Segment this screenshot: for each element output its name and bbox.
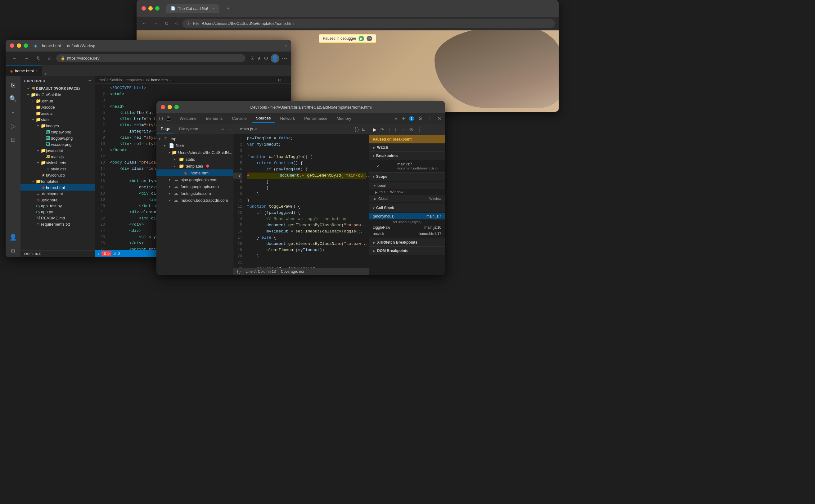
src-more-tabs[interactable]: » (222, 127, 224, 131)
tab-sources[interactable]: Sources (252, 114, 275, 123)
vscode-close[interactable] (10, 43, 14, 48)
back-button[interactable]: ← (140, 20, 149, 28)
address-bar[interactable]: ⓘ File /Users/chris/src/theCatSaidNo/tem… (182, 19, 555, 28)
resume-button[interactable]: ▶ (359, 36, 364, 41)
close-devtools-icon[interactable]: ✕ (436, 114, 443, 123)
readme-file[interactable]: M README.md (20, 215, 95, 221)
explorer-more-icon[interactable]: ⋯ (88, 79, 91, 83)
home-button[interactable]: ⌂ (173, 20, 180, 28)
activity-extensions[interactable]: ⊞ (7, 133, 19, 146)
src-fonts-google[interactable]: ▾ ☁ fonts.googleapis.com (156, 183, 233, 190)
gitignore-file[interactable]: ⎊ .gitignore (20, 197, 95, 203)
call-anonymous[interactable]: (anonymous) main.js:7 (369, 213, 445, 219)
github-folder[interactable]: › 📁 .github (20, 98, 95, 104)
activity-run-debug[interactable]: ▷ (7, 120, 19, 132)
step-button[interactable]: ↷ (367, 36, 372, 41)
tab-console[interactable]: Console (227, 114, 251, 123)
settings-icon[interactable]: ⚙ (417, 114, 424, 123)
new-tab-button[interactable]: + (224, 4, 232, 13)
tab-performance[interactable]: Performance (300, 114, 331, 123)
activity-accounts[interactable]: 👤 (7, 231, 19, 243)
dogpaw-file[interactable]: 🖼 dogpaw.png (20, 135, 95, 141)
scope-header[interactable]: ▾ Scope (369, 173, 445, 181)
stylesheets-folder[interactable]: ▾ 📁 stylesheets (20, 160, 95, 166)
vs-home-button[interactable]: ⌂ (46, 54, 54, 62)
images-folder[interactable]: ▾ 📁 images (20, 123, 95, 129)
maximize-button[interactable] (155, 6, 160, 11)
call-togglepaw[interactable]: togglePaw main.js:16 (369, 224, 445, 231)
vscode-tab-close[interactable]: × (36, 69, 38, 73)
tab-network[interactable]: Network (276, 114, 299, 123)
warning-count[interactable]: ⚠ 0 (113, 251, 120, 256)
static-folder[interactable]: ▾ 📁 static (20, 116, 95, 123)
deployment-file[interactable]: ≡ .deployment (20, 191, 95, 197)
tab-welcome[interactable]: Welcome (175, 114, 201, 123)
error-count[interactable]: ⊗ 0 (101, 251, 111, 256)
vs-nav-icon2[interactable]: ★ (257, 55, 261, 61)
add-editor-button[interactable]: + (42, 71, 49, 76)
vs-reload-button[interactable]: ↻ (34, 54, 43, 62)
breakpoint-item-1[interactable]: main.js:7 document.getElementById(... (369, 161, 445, 171)
mainjs-file[interactable]: JS main.js (20, 154, 95, 160)
more-debug-icon[interactable]: ⋮ (416, 125, 423, 134)
vs-more-icon[interactable]: ⋯ (282, 55, 287, 62)
dom-header[interactable]: ▶ DOM Breakpoints (369, 247, 445, 255)
cp-scope-icon[interactable]: ⊡ (361, 126, 366, 132)
app-test-file[interactable]: Py app_test.py (20, 203, 95, 209)
device-icon[interactable]: 📱 (165, 115, 172, 121)
activity-explorer[interactable]: ⎘ (7, 79, 19, 91)
cp-format-icon[interactable]: { } (354, 126, 359, 132)
format-icon-bottom[interactable]: { } (237, 269, 241, 274)
style-css-file[interactable]: # style.css (20, 166, 95, 172)
src-tab-filesystem[interactable]: Filesystem (174, 125, 202, 133)
customize-icon[interactable]: ⋮ (426, 114, 434, 123)
src-fonts-gstatic[interactable]: ▾ ☁ fonts.gstatic.com (156, 190, 233, 197)
app-py-file[interactable]: Py app.py (20, 209, 95, 215)
vscode-minimize[interactable] (17, 43, 21, 48)
step-out-icon[interactable]: ↑ (393, 126, 398, 134)
more-tabs-icon[interactable]: » (393, 115, 398, 123)
devtools-close[interactable] (161, 105, 165, 109)
catpaw-file[interactable]: 🖼 catpaw.png (20, 129, 95, 135)
step-into-icon[interactable]: ↓ (387, 126, 392, 134)
vscode-png-file[interactable]: 🖼 vscode.png (20, 141, 95, 147)
src-static-folder[interactable]: ▾ 📁 static (156, 156, 233, 163)
split-editor-icon[interactable]: ⊡ (278, 78, 281, 82)
devtools-minimize[interactable] (168, 105, 172, 109)
forward-button[interactable]: → (151, 20, 160, 28)
src-maxcdn[interactable]: ▾ ☁ maxcdn.bootstrapcdn.com (156, 197, 233, 204)
minimize-button[interactable] (148, 6, 153, 11)
src-users-folder[interactable]: ▾ 📁 Users/chris/src/theCatSaidN... (156, 149, 233, 156)
cp-tab-close[interactable]: × (255, 127, 257, 131)
close-button[interactable] (142, 6, 146, 11)
tab-memory[interactable]: Memory (332, 114, 356, 123)
root-folder[interactable]: ▾ 📁 theCatSaidNo (20, 92, 95, 98)
vs-address-bar[interactable]: 🔒 https://vscode.dev (56, 54, 245, 62)
resume-debug-icon[interactable]: ▶ (371, 125, 378, 134)
vs-profile-icon[interactable]: 👤 (271, 54, 279, 63)
reload-button[interactable]: ↻ (163, 19, 170, 28)
scope-global-header[interactable]: ▶ Global Window (369, 195, 445, 202)
call-stack-header[interactable]: ▾ Call Stack (369, 204, 445, 212)
activity-settings[interactable]: ⚙ (7, 245, 19, 257)
src-file-protocol[interactable]: ▾ 📄 file:// (156, 142, 233, 149)
src-options-icon[interactable]: ⋯ (226, 126, 231, 132)
tab-elements[interactable]: Elements (201, 114, 227, 123)
cp-tab-mainjs[interactable]: main.js × (236, 125, 261, 133)
home-html-file[interactable]: ◈ home.html (20, 184, 95, 191)
vs-nav-icon1[interactable]: ⊡ (250, 55, 254, 61)
javascript-folder[interactable]: ▾ 📁 javascript (20, 147, 95, 154)
src-tab-page[interactable]: Page (156, 124, 174, 133)
src-ajax-google[interactable]: ▾ ☁ ajax.googleapis.com (156, 176, 233, 183)
browser-tab[interactable]: 📄 The Cat said No! × (166, 4, 219, 13)
call-onclick[interactable]: onclick home.html:17 (369, 231, 445, 237)
breakpoints-header[interactable]: ▾ Breakpoints (369, 152, 445, 160)
devtools-maximize[interactable] (174, 105, 179, 109)
src-top[interactable]: ▾ ⊤ top (156, 135, 233, 142)
deactivate-breakpoints-icon[interactable]: ⊘ (408, 125, 414, 134)
workspace-root[interactable]: ▾ ⊞ DEFAULT (WORKSPACE) (20, 85, 95, 92)
templates-folder[interactable]: ▾ 📁 templates (20, 178, 95, 184)
browser-tab-close[interactable]: × (213, 7, 214, 10)
add-tab-icon[interactable]: + (401, 115, 406, 123)
activity-source-control[interactable]: ⑂ (7, 106, 19, 119)
